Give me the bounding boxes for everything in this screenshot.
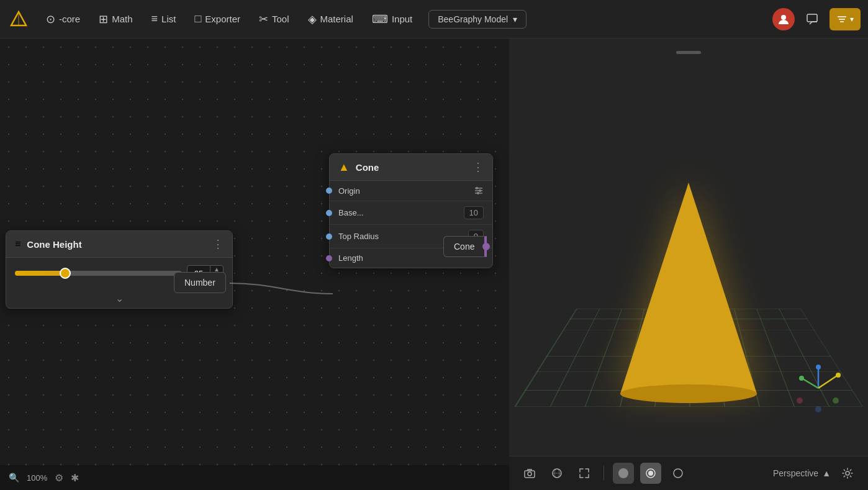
slider-track[interactable] (15, 271, 182, 276)
nav-label-math: Math (112, 14, 132, 24)
viewport-settings-button[interactable] (837, 463, 858, 484)
input-icon: ⌨ (372, 12, 388, 26)
base-value[interactable]: 10 (464, 206, 484, 219)
app-logo[interactable] (7, 8, 30, 30)
navbar: ⊙ -core ⊞ Math ≡ List □ Exporter ✂ Tool … (0, 0, 868, 39)
canvas-settings-button[interactable]: ⚙ (55, 472, 63, 484)
cone-3d-base (620, 384, 757, 403)
node-cone-header: ▲ Cone ⋮ (330, 154, 492, 181)
svg-point-14 (816, 365, 821, 370)
svg-point-12 (477, 192, 479, 194)
canvas-tools-button[interactable]: ✱ (71, 472, 79, 484)
viewport[interactable]: Perspective ▲ (509, 39, 868, 490)
nav-label-core: -core (59, 14, 80, 24)
base-label: Base... (338, 208, 459, 217)
shading-wireframe-button[interactable] (667, 463, 689, 484)
model-selector[interactable]: BeeGraphy Model ▾ (428, 10, 527, 29)
node-cone-height-icon: ≡ (15, 238, 20, 250)
origin-label: Origin (338, 186, 469, 196)
nav-label-input: Input (392, 14, 412, 24)
node-cone-height-menu[interactable]: ⋮ (212, 237, 224, 251)
svg-line-15 (818, 376, 837, 388)
filter-settings-button[interactable]: ▾ (830, 8, 861, 30)
orbit-button[interactable] (546, 463, 567, 484)
nav-label-tool: Tool (272, 14, 289, 24)
chevron-up-icon: ▲ (822, 468, 831, 478)
svg-point-10 (476, 187, 478, 189)
node-canvas[interactable]: ≡ Cone Height ⋮ 25 ▲ ▼ ⌄ (0, 39, 509, 490)
expand-icon: ⌄ (115, 293, 124, 304)
chevron-down-icon-right: ▾ (850, 15, 854, 24)
shading-solid-button[interactable] (613, 463, 634, 484)
math-icon: ⊞ (99, 12, 108, 26)
zoom-level: 100% (27, 473, 47, 483)
nav-right: ▾ (772, 8, 861, 30)
cone-node-icon: ▲ (338, 161, 350, 174)
nav-label-exporter: Exporter (205, 14, 240, 24)
cone-3d-shape (620, 183, 757, 394)
nav-item-tool[interactable]: ✂ Tool (251, 9, 297, 30)
shading-material-button[interactable] (640, 463, 661, 484)
perspective-selector[interactable]: Perspective ▲ (773, 468, 831, 478)
svg-point-23 (528, 472, 531, 476)
chat-button[interactable] (801, 8, 823, 30)
list-icon: ≡ (151, 12, 158, 25)
tool-icon: ✂ (259, 12, 268, 26)
perspective-label: Perspective (773, 468, 818, 478)
nav-label-material: Material (320, 14, 353, 24)
viewport-inner (509, 39, 868, 490)
svg-point-29 (648, 471, 653, 476)
nav-label-list: List (161, 14, 176, 24)
node-cone-height-title: Cone Height (27, 239, 206, 250)
slider-fill (15, 271, 65, 276)
viewport-handle[interactable] (676, 51, 701, 54)
nav-item-exporter[interactable]: □ Exporter (187, 9, 248, 29)
nav-item-math[interactable]: ⊞ Math (91, 9, 140, 30)
svg-point-27 (618, 468, 628, 478)
svg-point-2 (781, 15, 786, 20)
fit-button[interactable] (574, 463, 595, 484)
output-cone-socket (482, 243, 490, 250)
svg-point-20 (797, 397, 803, 404)
number-node[interactable]: Number (174, 272, 226, 293)
output-cone-node: Cone (443, 236, 487, 257)
svg-point-11 (479, 189, 481, 192)
slider-thumb[interactable] (60, 268, 71, 279)
nav-item-list[interactable]: ≡ List (144, 9, 184, 29)
material-icon: ◈ (308, 12, 317, 26)
svg-rect-3 (807, 14, 817, 22)
top-radius-socket-left (326, 234, 332, 240)
status-bar: 🔍 100% ⚙ ✱ (0, 465, 509, 490)
nav-item-input[interactable]: ⌨ Input (364, 9, 420, 30)
origin-settings-icon (474, 186, 484, 196)
length-socket-left (326, 255, 332, 261)
svg-point-16 (836, 373, 841, 378)
viewport-toolbar: Perspective ▲ (509, 456, 868, 490)
origin-socket-left (326, 188, 332, 194)
node-cone-title: Cone (356, 162, 466, 173)
exporter-icon: □ (194, 12, 201, 25)
node-cone-height: ≡ Cone Height ⋮ 25 ▲ ▼ ⌄ (6, 230, 233, 309)
nav-item-material[interactable]: ◈ Material (301, 9, 361, 30)
user-avatar-button[interactable] (772, 8, 795, 30)
svg-point-30 (674, 469, 682, 478)
svg-point-31 (846, 471, 849, 475)
cone-row-origin: Origin (330, 181, 492, 201)
axes-gizmo (793, 363, 843, 415)
node-cone-menu[interactable]: ⋮ (472, 160, 484, 174)
core-icon: ⊙ (46, 12, 55, 26)
nav-item-core[interactable]: ⊙ -core (38, 9, 88, 30)
base-socket-left (326, 210, 332, 216)
toolbar-separator-1 (604, 466, 604, 481)
model-label: BeeGraphy Model (438, 14, 508, 24)
output-cone-label: Cone (454, 242, 474, 252)
svg-line-17 (803, 379, 818, 388)
camera-button[interactable] (519, 463, 540, 484)
node-cone-height-header: ≡ Cone Height ⋮ (6, 231, 232, 258)
svg-point-21 (833, 397, 839, 404)
svg-point-18 (799, 376, 804, 381)
cone-row-base: Base... 10 (330, 201, 492, 225)
search-icon: 🔍 (9, 473, 19, 483)
number-node-label: Number (184, 278, 215, 288)
chevron-down-icon: ▾ (513, 14, 517, 24)
